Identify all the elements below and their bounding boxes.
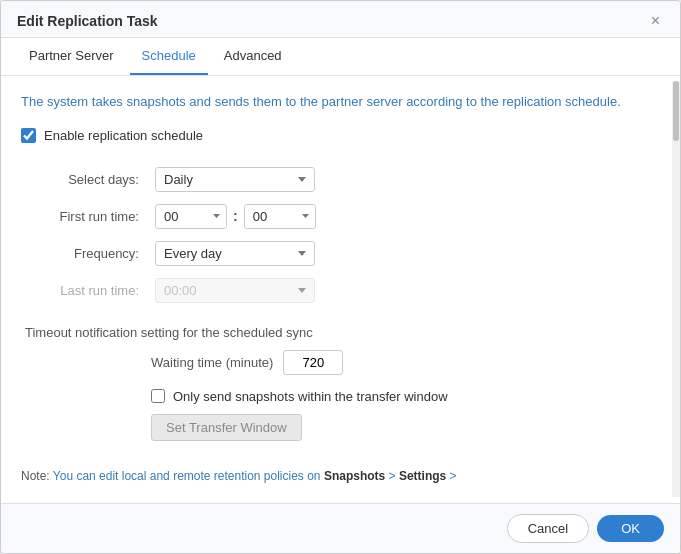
frequency-dropdown[interactable]: Every day Every hour Every 2 hours Every…	[155, 241, 315, 266]
dialog-header: Edit Replication Task ×	[1, 1, 680, 38]
only-send-checkbox[interactable]	[151, 389, 165, 403]
only-send-label: Only send snapshots within the transfer …	[173, 389, 448, 404]
first-run-time-row: First run time: 00 010203 040506 070809 …	[21, 198, 660, 235]
frequency-row: Frequency: Every day Every hour Every 2 …	[21, 235, 660, 272]
dialog-title: Edit Replication Task	[17, 13, 158, 29]
tab-advanced[interactable]: Advanced	[212, 38, 294, 75]
waiting-row: Waiting time (minute)	[151, 350, 660, 375]
content-area: The system takes snapshots and sends the…	[1, 76, 680, 503]
last-run-time-dropdown[interactable]: 00:00	[155, 278, 315, 303]
first-run-time-label: First run time:	[21, 198, 151, 235]
ok-button[interactable]: OK	[597, 515, 664, 542]
select-days-label: Select days:	[21, 161, 151, 198]
note-suffix: >	[450, 469, 457, 483]
form-table: Select days: Daily Weekly Monthly First …	[21, 161, 660, 309]
cancel-button[interactable]: Cancel	[507, 514, 589, 543]
scrollbar-track	[672, 81, 680, 497]
edit-replication-dialog: Edit Replication Task × Partner Server S…	[0, 0, 681, 554]
first-run-time-cell: 00 010203 040506 070809 101112 131415 16…	[151, 198, 660, 235]
timeout-title: Timeout notification setting for the sch…	[25, 325, 660, 340]
waiting-time-label: Waiting time (minute)	[151, 355, 273, 370]
note-separator: >	[389, 469, 399, 483]
last-run-time-row: Last run time: 00:00	[21, 272, 660, 309]
hour-select[interactable]: 00 010203 040506 070809 101112 131415 16…	[155, 204, 227, 229]
last-run-time-label: Last run time:	[21, 272, 151, 309]
note-settings-link[interactable]: Settings	[399, 469, 446, 483]
description-text: The system takes snapshots and sends the…	[21, 92, 660, 112]
tab-schedule[interactable]: Schedule	[130, 38, 208, 75]
select-days-row: Select days: Daily Weekly Monthly	[21, 161, 660, 198]
note-body: You can edit local and remote retention …	[53, 469, 324, 483]
frequency-label: Frequency:	[21, 235, 151, 272]
note-snapshots-link[interactable]: Snapshots	[324, 469, 385, 483]
last-run-time-cell: 00:00	[151, 272, 660, 309]
tabs-bar: Partner Server Schedule Advanced	[1, 38, 680, 76]
timeout-section: Timeout notification setting for the sch…	[21, 325, 660, 375]
enable-row: Enable replication schedule	[21, 128, 660, 143]
frequency-cell: Every day Every hour Every 2 hours Every…	[151, 235, 660, 272]
note-label: Note:	[21, 469, 50, 483]
time-colon: :	[233, 208, 238, 224]
enable-schedule-label: Enable replication schedule	[44, 128, 203, 143]
footer: Cancel OK	[1, 503, 680, 553]
minute-select[interactable]: 00 051015 202530 354045 5055	[244, 204, 316, 229]
tab-partner-server[interactable]: Partner Server	[17, 38, 126, 75]
select-days-cell: Daily Weekly Monthly	[151, 161, 660, 198]
set-transfer-window-button[interactable]: Set Transfer Window	[151, 414, 302, 441]
select-days-dropdown[interactable]: Daily Weekly Monthly	[155, 167, 315, 192]
waiting-time-input[interactable]	[283, 350, 343, 375]
scrollbar-thumb[interactable]	[673, 81, 679, 141]
note-text: Note: You can edit local and remote rete…	[21, 467, 660, 485]
time-row: 00 010203 040506 070809 101112 131415 16…	[155, 204, 656, 229]
only-send-row: Only send snapshots within the transfer …	[151, 389, 660, 404]
enable-schedule-checkbox[interactable]	[21, 128, 36, 143]
close-button[interactable]: ×	[647, 13, 664, 29]
